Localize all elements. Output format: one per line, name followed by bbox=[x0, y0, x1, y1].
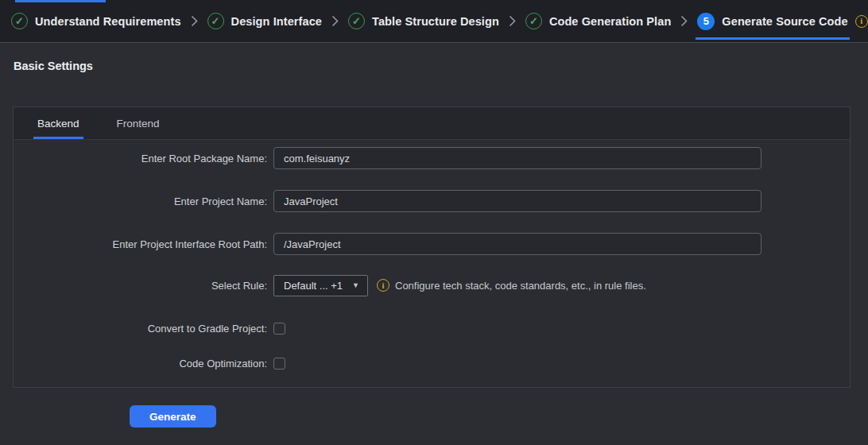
step-generate-source-code[interactable]: 5 Generate Source Code i bbox=[697, 13, 867, 30]
project-name-input[interactable] bbox=[273, 190, 761, 212]
form-footer: Generate bbox=[130, 405, 868, 428]
check-icon: ✓ bbox=[348, 13, 365, 29]
root-package-name-input[interactable] bbox=[273, 147, 761, 169]
step-label: Understand Requirements bbox=[35, 15, 181, 28]
rule-hint: i Configure tech stack, code standards, … bbox=[377, 279, 646, 292]
form-row-root-package: Enter Root Package Name: bbox=[14, 147, 850, 169]
form-row-interface-root-path: Enter Project Interface Root Path: bbox=[14, 233, 850, 255]
field-label: Enter Project Interface Root Path: bbox=[14, 238, 273, 250]
top-progress-indicator bbox=[15, 0, 106, 2]
field-label: Select Rule: bbox=[14, 280, 273, 292]
field-label: Convert to Gradle Project: bbox=[14, 323, 273, 335]
step-label: Design Interface bbox=[231, 15, 322, 28]
field-label: Enter Project Name: bbox=[14, 195, 273, 207]
chevron-down-icon: ▼ bbox=[352, 281, 359, 289]
chevron-right-icon bbox=[191, 15, 198, 27]
convert-gradle-checkbox[interactable] bbox=[273, 323, 285, 335]
step-label: Table Structure Design bbox=[372, 15, 499, 28]
rule-hint-text: Configure tech stack, code standards, et… bbox=[395, 280, 646, 292]
backend-settings-form: Enter Root Package Name: Enter Project N… bbox=[14, 140, 850, 387]
chevron-right-icon bbox=[509, 15, 516, 27]
step-understand-requirements[interactable]: ✓ Understand Requirements bbox=[11, 13, 181, 29]
chevron-right-icon bbox=[680, 15, 688, 27]
rule-select[interactable]: Default ... +1 ▼ bbox=[273, 275, 368, 296]
step-code-generation-plan[interactable]: ✓ Code Generation Plan bbox=[525, 13, 671, 29]
step-label: Code Generation Plan bbox=[549, 15, 671, 28]
field-label: Code Optimization: bbox=[14, 358, 273, 370]
tab-bar: Backend Frontend bbox=[14, 107, 850, 140]
form-row-select-rule: Select Rule: Default ... +1 ▼ i Configur… bbox=[14, 274, 850, 296]
step-number-badge: 5 bbox=[697, 13, 715, 30]
wizard-stepper: ✓ Understand Requirements ✓ Design Inter… bbox=[0, 0, 868, 43]
info-icon[interactable]: i bbox=[855, 15, 868, 28]
step-design-interface[interactable]: ✓ Design Interface bbox=[207, 13, 322, 29]
settings-panel: Backend Frontend Enter Root Package Name… bbox=[13, 106, 851, 388]
field-label: Enter Root Package Name: bbox=[14, 153, 273, 164]
tab-frontend[interactable]: Frontend bbox=[117, 107, 160, 139]
code-optimization-checkbox[interactable] bbox=[273, 358, 285, 370]
step-label: Generate Source Code bbox=[722, 15, 847, 28]
check-icon: ✓ bbox=[525, 13, 542, 29]
rule-select-value: Default ... +1 bbox=[284, 280, 343, 292]
form-row-project-name: Enter Project Name: bbox=[14, 190, 850, 212]
check-icon: ✓ bbox=[11, 13, 28, 29]
info-icon: i bbox=[377, 279, 389, 292]
check-icon: ✓ bbox=[207, 13, 224, 29]
step-table-structure-design[interactable]: ✓ Table Structure Design bbox=[348, 13, 499, 29]
page-title: Basic Settings bbox=[14, 60, 868, 73]
generate-button[interactable]: Generate bbox=[130, 405, 216, 428]
tab-backend[interactable]: Backend bbox=[37, 107, 79, 139]
interface-root-path-input[interactable] bbox=[273, 233, 761, 255]
form-row-code-optimization: Code Optimization: bbox=[14, 352, 850, 374]
chevron-right-icon bbox=[331, 15, 339, 27]
form-row-gradle: Convert to Gradle Project: bbox=[14, 317, 850, 339]
